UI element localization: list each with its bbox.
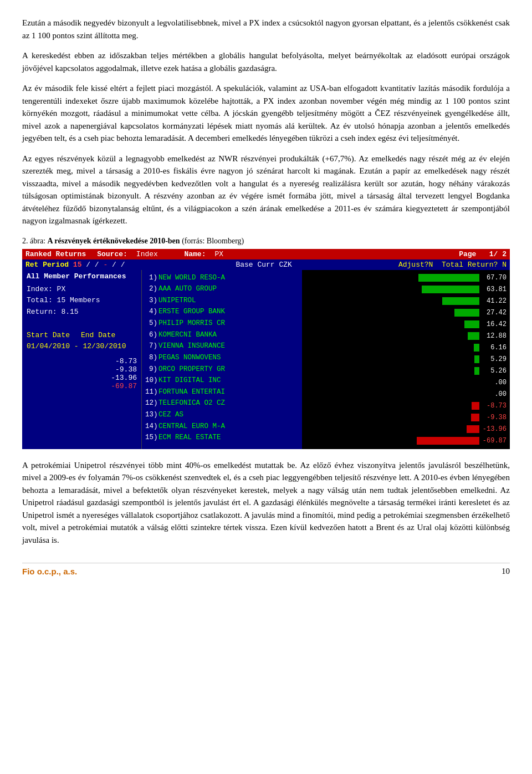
neg-value: -69.87 — [27, 382, 137, 390]
bloomberg-meta: Source: Index Name: PX — [97, 250, 459, 258]
index-label: Index: PX — [27, 284, 137, 296]
bar-row: 67.70 — [305, 272, 507, 283]
positive-bar — [464, 320, 479, 328]
positive-bar — [474, 344, 479, 352]
bar-row: 5.29 — [305, 354, 507, 365]
page-footer: Fio o.c.p., a.s. 10 — [22, 563, 510, 576]
page-indicator: Page 1/ 2 — [459, 250, 507, 258]
paragraph: Az egyes részvények közül a legnagyobb e… — [22, 152, 510, 227]
security-item: 10)KIT DIGITAL INC — [145, 375, 299, 386]
security-item: 9)ORCO PROPERTY GR — [145, 364, 299, 375]
security-item: 14)CENTRAL EURO M-A — [145, 421, 299, 432]
security-item: 8)PEGAS NONWOVENS — [145, 352, 299, 364]
security-item: 12)TELEFONICA O2 CZ — [145, 398, 299, 409]
bloomberg-header: Ranked Returns Source: Index Name: PX Pa… — [22, 249, 510, 259]
bar-row: .00 — [305, 389, 507, 400]
negative-values-section: -8.73-9.38-13.96-69.87 — [27, 357, 137, 390]
bar-row: 27.42 — [305, 307, 507, 318]
name-val: PX — [214, 250, 223, 258]
name-label: Name: — [184, 250, 206, 258]
neg-value: -8.73 — [27, 357, 137, 365]
security-item: 4)ERSTE GROUP BANK — [145, 306, 299, 318]
source-label: Source: — [97, 250, 127, 258]
bar-row: 6.16 — [305, 342, 507, 353]
bar-row: -69.87 — [305, 435, 507, 446]
return-val: Return: 8.15 — [27, 307, 137, 318]
security-item: 15)ECM REAL ESTATE — [145, 432, 299, 444]
source-val: Index — [136, 250, 158, 258]
positive-bar — [474, 355, 479, 363]
all-member-label: All Member Performances — [27, 272, 137, 281]
bar-row: 41.22 — [305, 296, 507, 307]
security-item: 5)PHILIP MORRIS CR — [145, 318, 299, 329]
bloomberg-securities-list: 1)NEW WORLD RESO-A2)AAA AUTO GROUP3)UNIP… — [141, 270, 302, 449]
bar-row: -8.73 — [305, 400, 507, 411]
bloomberg-body: All Member Performances Index: PX Total:… — [22, 270, 510, 449]
bar-row: .00 — [305, 377, 507, 388]
bloomberg-terminal: Ranked Returns Source: Index Name: PX Pa… — [22, 249, 510, 449]
negative-bar — [467, 425, 479, 433]
positive-bar — [442, 297, 479, 305]
neg-value: -9.38 — [27, 365, 137, 374]
negative-bar — [472, 402, 479, 410]
neg-value: -13.96 — [27, 374, 137, 382]
figure-caption: 2. ábra: A részvények értéknövekedése 20… — [22, 235, 510, 247]
total-members: Total: 15 Members — [27, 295, 137, 307]
bar-row: 5.26 — [305, 365, 507, 376]
negative-bar — [471, 414, 479, 421]
bar-row: 63.81 — [305, 284, 507, 295]
positive-bar — [468, 332, 479, 340]
date-range: 01/04/2010 - 12/30/2010 — [27, 341, 137, 353]
bar-row: 12.88 — [305, 330, 507, 342]
page-number: 10 — [502, 567, 510, 576]
positive-bar — [474, 367, 479, 375]
security-item: 2)AAA AUTO GROUP — [145, 283, 299, 295]
base-curr: Base Curr CZK — [129, 261, 398, 269]
security-item: 6)KOMERCNI BANKA — [145, 329, 299, 341]
bloomberg-bars-panel: 67.7063.8141.2227.4216.4212.886.165.295.… — [302, 270, 510, 449]
bloomberg-info: Index: PX Total: 15 Members Return: 8.15… — [27, 284, 137, 353]
security-item: 7)VIENNA INSURANCE — [145, 340, 299, 352]
ret-period-num: 15 — [73, 261, 82, 269]
end-date-label: End Date — [81, 330, 115, 342]
paragraph: A kereskedést ebben az időszakban teljes… — [22, 49, 510, 74]
paragraph: Ezután a második negyedév bizonyult a le… — [22, 17, 510, 42]
ret-period-label: Ret Period — [25, 261, 69, 269]
positive-bar — [422, 286, 479, 293]
positive-bar — [418, 274, 479, 282]
security-item: 1)NEW WORLD RESO-A — [145, 272, 299, 284]
security-item: 11)FORTUNA ENTERTAI — [145, 386, 299, 398]
adjust: Adjust?N — [398, 261, 433, 269]
bar-row: -13.96 — [305, 424, 507, 435]
bar-row: -9.38 — [305, 412, 507, 423]
company-name: Fio o.c.p., a.s. — [22, 567, 77, 576]
negative-bar — [417, 437, 479, 445]
figure-label: 2. ábra: — [22, 237, 45, 245]
bar-row: 16.42 — [305, 319, 507, 330]
bloomberg-left-panel: All Member Performances Index: PX Total:… — [22, 270, 141, 449]
bloomberg-row2: Ret Period 15 / / - / / Base Curr CZK Ad… — [22, 259, 510, 270]
figure-title-suffix: (forrás: Bloomberg) — [182, 237, 244, 245]
security-item: 13)CEZ AS — [145, 409, 299, 421]
positive-bar — [454, 309, 479, 317]
paragraph: Az év második fele kissé eltért a fejlet… — [22, 82, 510, 145]
total-return: Total Return? N — [442, 261, 507, 269]
ranked-returns-title: Ranked Returns — [25, 250, 86, 258]
start-date-label: Start Date — [27, 330, 70, 342]
paragraph: A petrokémiai Unipetrol részvényei több … — [22, 459, 510, 547]
figure-title-bold: A részvények értéknövekedése 2010-ben — [47, 237, 180, 245]
security-item: 3)UNIPETROL — [145, 295, 299, 307]
